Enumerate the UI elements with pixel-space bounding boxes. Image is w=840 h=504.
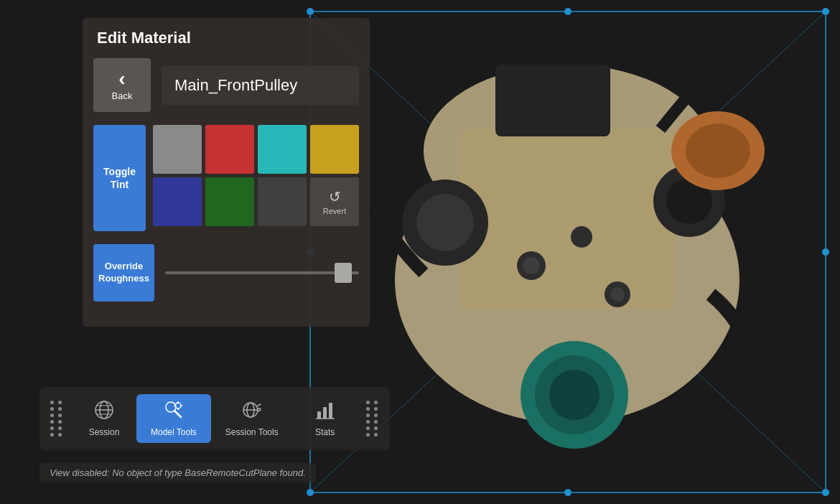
edit-material-panel: Edit Material ‹ Back Main_FrontPulley To… xyxy=(83,18,370,327)
swatch-green[interactable] xyxy=(205,177,254,226)
svg-rect-44 xyxy=(323,407,327,419)
swatch-blue[interactable] xyxy=(153,177,202,226)
svg-rect-13 xyxy=(459,129,675,309)
revert-icon: ↺ xyxy=(329,188,341,205)
drag-handle-left xyxy=(50,401,63,437)
model-tools-icon xyxy=(164,400,184,424)
toolbar-item-session[interactable]: Session xyxy=(72,394,136,443)
svg-point-23 xyxy=(686,123,750,178)
svg-rect-43 xyxy=(317,411,321,419)
roughness-slider-track xyxy=(165,271,359,274)
status-bar: View disabled: No object of type BaseRem… xyxy=(39,463,316,482)
svg-point-28 xyxy=(571,226,592,248)
override-roughness-button[interactable]: OverrideRoughness xyxy=(93,244,154,302)
toolbar-item-session-tools[interactable]: Session Tools xyxy=(211,394,293,443)
svg-point-15 xyxy=(416,194,474,251)
back-label: Back xyxy=(112,90,133,101)
drag-handle-right xyxy=(366,401,379,437)
svg-point-20 xyxy=(549,370,599,420)
svg-point-27 xyxy=(610,287,625,302)
svg-point-8 xyxy=(564,489,571,496)
revert-button[interactable]: ↺ Revert xyxy=(310,177,359,226)
stats-label: Stats xyxy=(315,427,335,437)
toolbar-item-stats[interactable]: Stats xyxy=(293,394,358,443)
session-label: Session xyxy=(89,427,120,437)
status-message: View disabled: No object of type BaseRem… xyxy=(50,467,306,478)
toggle-tint-label: ToggleTint xyxy=(103,165,136,191)
swatch-teal[interactable] xyxy=(258,125,307,174)
roughness-slider-thumb[interactable] xyxy=(335,263,352,283)
swatch-red[interactable] xyxy=(205,125,254,174)
panel-title: Edit Material xyxy=(93,29,359,47)
color-swatches-grid: ↺ Revert xyxy=(153,125,359,231)
material-name: Main_FrontPulley xyxy=(162,66,359,105)
stats-icon xyxy=(315,400,335,424)
session-icon xyxy=(94,400,114,424)
swatch-gray[interactable] xyxy=(153,125,202,174)
back-arrow-icon: ‹ xyxy=(118,69,125,89)
session-tools-label: Session Tools xyxy=(225,427,279,437)
svg-point-6 xyxy=(822,489,829,496)
session-tools-icon xyxy=(242,400,262,424)
back-button[interactable]: ‹ Back xyxy=(93,58,151,112)
svg-point-5 xyxy=(307,489,314,496)
revert-label: Revert xyxy=(323,207,346,215)
swatch-gold[interactable] xyxy=(310,125,359,174)
swatch-dark[interactable] xyxy=(258,177,307,226)
toolbar-item-model-tools[interactable]: Model Tools xyxy=(136,394,211,443)
model-tools-label: Model Tools xyxy=(151,427,197,437)
bottom-toolbar: Session Model Tools Sessi xyxy=(39,387,390,450)
roughness-section: OverrideRoughness xyxy=(93,244,359,302)
svg-rect-45 xyxy=(329,403,332,419)
panel-top-row: ‹ Back Main_FrontPulley xyxy=(93,58,359,112)
override-roughness-label: OverrideRoughness xyxy=(98,261,149,285)
tint-section: ToggleTint ↺ Revert xyxy=(93,125,359,231)
svg-rect-21 xyxy=(495,65,610,136)
toggle-tint-button[interactable]: ToggleTint xyxy=(93,125,146,231)
svg-point-25 xyxy=(523,257,540,274)
